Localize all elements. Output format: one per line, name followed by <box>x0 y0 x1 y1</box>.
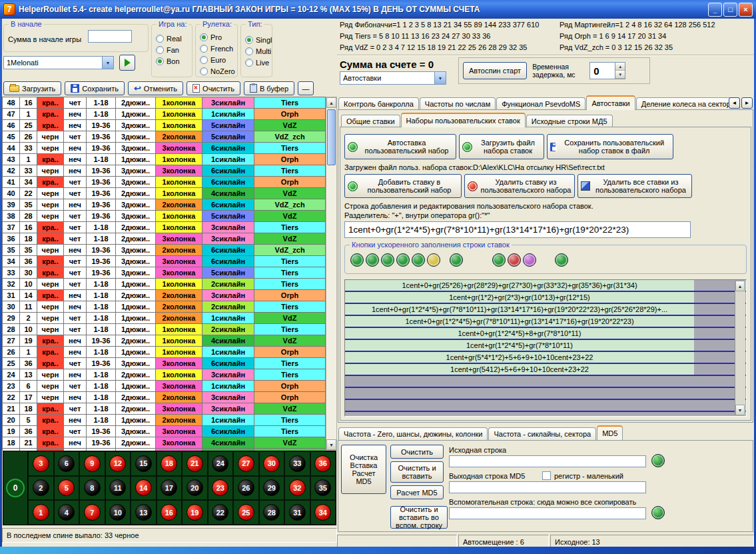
start-sum-input[interactable] <box>88 30 132 43</box>
board-cell-33[interactable]: 33 <box>284 451 310 476</box>
maximize-button[interactable]: □ <box>723 3 737 17</box>
radio-Euro[interactable]: Euro <box>196 54 237 65</box>
md5-all-in-one-button[interactable]: Очистка Вставка Расчет MD5 <box>341 445 386 494</box>
quick-chip-button-6[interactable] <box>427 253 440 267</box>
board-cell-35[interactable]: 35 <box>310 476 336 501</box>
board-cell-2[interactable]: 2 <box>28 476 54 501</box>
dropdown-arrow-icon[interactable]: ▼ <box>434 72 446 84</box>
board-cell-3[interactable]: 3 <box>28 451 54 476</box>
quick-chip-button-11[interactable] <box>555 253 568 267</box>
md5-source-chip-button[interactable] <box>651 454 665 467</box>
bet-list-item-text[interactable]: 1cent+gr(5*4*1*2)+5+6+9+10+10cent+23+22 <box>345 352 694 363</box>
board-cell-10[interactable]: 10 <box>105 500 131 525</box>
radio-NoZero[interactable]: NoZero <box>196 65 237 77</box>
board-cell-12[interactable]: 12 <box>105 451 131 476</box>
board-cell-14[interactable]: 14 <box>131 476 157 501</box>
spins-scrollbar[interactable]: ▲ ▼ <box>326 97 337 451</box>
delay-value[interactable]: 0 <box>590 63 615 79</box>
bet-list-item[interactable]: 1cent+gr(5412)+5+6+9+10+10cent+23+22 <box>345 364 746 376</box>
radio-icon[interactable] <box>245 47 253 55</box>
scroll-up-icon[interactable]: ▲ <box>735 281 745 291</box>
bet-list-item-text[interactable]: 1cent+0+gr(1*2*4*5)+8+gr(7*8*10*11) <box>345 328 694 339</box>
board-cell-32[interactable]: 32 <box>284 476 310 501</box>
md5-clear-paste-button[interactable]: Очистить и вставить <box>390 461 444 483</box>
quick-chip-button-1[interactable] <box>350 253 364 267</box>
board-cell-28[interactable]: 28 <box>259 500 285 525</box>
bet-list-item[interactable]: 1cent+0+gr(25*26)+gr(28*29)+gr(27*30)+gr… <box>345 280 746 292</box>
board-cell-16[interactable]: 16 <box>157 500 183 525</box>
tab-общие-ставки[interactable]: Общие ставки <box>341 115 400 127</box>
md5-calc-button[interactable]: Расчет MD5 <box>390 485 444 499</box>
quick-chip-button-3[interactable] <box>381 253 394 267</box>
save-bets-file-button[interactable]: Сохранить пользовательский набор ставок … <box>547 134 673 159</box>
scrollbar-thumb[interactable] <box>327 109 336 165</box>
scroll-up-icon[interactable]: ▲ <box>326 97 336 108</box>
collapse-button[interactable]: — <box>298 81 314 95</box>
tab-контроль-банкролла[interactable]: Контроль банкролла <box>338 97 419 110</box>
md5-source-input[interactable] <box>449 455 646 467</box>
board-cell-6[interactable]: 6 <box>54 451 80 476</box>
tab-исходные-строки-мд5[interactable]: Исходные строки МД5 <box>526 115 613 127</box>
minimize-button[interactable]: _ <box>708 3 722 17</box>
radio-icon[interactable] <box>200 67 208 75</box>
bet-list-item-text[interactable]: 1cent+gr(1*2)+gr(2*3)+gr(10*13)+gr(12*15… <box>345 292 694 303</box>
autobets-select[interactable]: Автоставки ▼ <box>340 71 446 85</box>
bet-list-item-text[interactable]: 1cent+0+gr(1*2*4*5)+gr(7*8*10*11)+gr(13*… <box>345 316 694 327</box>
bet-string-input[interactable] <box>344 221 691 238</box>
radio-French[interactable]: French <box>196 43 237 54</box>
board-cell-13[interactable]: 13 <box>131 500 157 525</box>
clear-button[interactable]: Очистить <box>187 81 240 95</box>
scroll-down-icon[interactable]: ▼ <box>735 405 745 415</box>
bet-list-item[interactable]: 1cent+gr(5*4*1*2)+5+6+9+10+10cent+23+22 <box>345 352 746 364</box>
board-cell-30[interactable]: 30 <box>259 451 285 476</box>
quick-chip-button-8[interactable] <box>492 253 506 267</box>
delay-spinner[interactable]: 0 ▲ ▼ <box>589 62 625 79</box>
bet-list-item[interactable]: 1cent+0+gr(1*2*4*5)+gr(7*8*10*11)+gr(13*… <box>345 316 746 328</box>
board-cell-22[interactable]: 22 <box>208 500 234 525</box>
md5-helper-input[interactable] <box>449 507 646 519</box>
autospin-start-button[interactable]: Автоспин старт <box>463 62 527 79</box>
copy-to-buffer-button[interactable]: В буфер <box>244 81 294 95</box>
board-cell-18[interactable]: 18 <box>157 451 183 476</box>
radio-Pro[interactable]: Pro <box>196 31 237 43</box>
spinner-up-icon[interactable]: ▲ <box>615 63 625 71</box>
board-cell-24[interactable]: 24 <box>208 451 234 476</box>
board-cell-19[interactable]: 19 <box>182 500 208 525</box>
scroll-down-icon[interactable]: ▼ <box>326 439 336 450</box>
spinner-down-icon[interactable]: ▼ <box>615 71 625 79</box>
load-bets-file-button[interactable]: Загрузить файл набора ставок <box>459 134 544 159</box>
quick-chip-button-9[interactable] <box>508 253 521 267</box>
tab-наборы-пользовательских-ставок[interactable]: Наборы пользовательских ставок <box>401 113 526 127</box>
quick-chip-button-10[interactable] <box>523 253 536 267</box>
radio-icon[interactable] <box>200 56 208 64</box>
board-cell-1[interactable]: 1 <box>28 500 54 525</box>
md5-output-input[interactable] <box>449 481 646 493</box>
bet-list-scrollbar[interactable]: ▲ ▼ <box>735 281 745 415</box>
board-cell-31[interactable]: 31 <box>284 500 310 525</box>
board-cell-21[interactable]: 21 <box>182 451 208 476</box>
bet-list-item-text[interactable]: 1cent+0+gr(1*2*4*5)+gr(7*8*10*11)+gr(13*… <box>345 304 694 315</box>
radio-Bon[interactable]: Bon <box>152 55 192 67</box>
board-cell-26[interactable]: 26 <box>233 476 259 501</box>
radio-icon[interactable] <box>156 35 164 43</box>
add-bet-button[interactable]: Добавить ставку в пользовательский набор <box>344 174 462 198</box>
board-cell-20[interactable]: 20 <box>182 476 208 501</box>
bet-list-item[interactable]: 1cent+0+gr(1*2*4*5)+gr(7*8*10*11)+gr(13*… <box>345 304 746 316</box>
load-button[interactable]: Загрузить <box>3 81 61 95</box>
quick-chip-button-5[interactable] <box>412 253 425 267</box>
board-cell-27[interactable]: 27 <box>233 451 259 476</box>
board-cell-36[interactable]: 36 <box>310 451 336 476</box>
board-cell-4[interactable]: 4 <box>54 500 80 525</box>
tab-частота-сиклайны-сектора[interactable]: Частота - сиклайны, сектора <box>488 427 596 440</box>
radio-icon[interactable] <box>156 46 164 54</box>
board-cell-17[interactable]: 17 <box>157 476 183 501</box>
board-cell-7[interactable]: 7 <box>79 500 105 525</box>
save-button[interactable]: Сохранить <box>65 81 125 95</box>
tab-деление-колеса-на-сектора[interactable]: Деление колеса на сектора <box>636 97 740 110</box>
board-cell-25[interactable]: 25 <box>233 500 259 525</box>
radio-Multi[interactable]: Multi <box>241 45 272 57</box>
tab-scroll-left-icon[interactable]: ◄ <box>729 97 740 109</box>
board-cell-zero[interactable]: 0 <box>3 451 28 525</box>
undo-button[interactable]: ↩Отменить <box>128 81 183 95</box>
play-button[interactable] <box>119 55 135 71</box>
